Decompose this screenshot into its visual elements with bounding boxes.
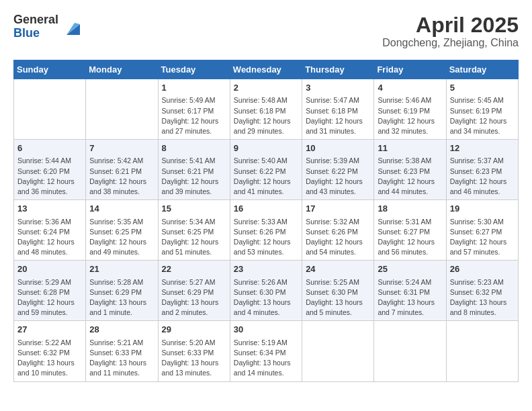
day-number: 17 <box>306 203 370 215</box>
weekday-header-monday: Monday <box>86 60 158 79</box>
calendar-cell: 22Sunrise: 5:27 AMSunset: 6:29 PMDayligh… <box>158 261 230 321</box>
day-number: 29 <box>162 324 226 336</box>
calendar-cell: 17Sunrise: 5:32 AMSunset: 6:26 PMDayligh… <box>302 200 374 261</box>
calendar-cell: 26Sunrise: 5:23 AMSunset: 6:32 PMDayligh… <box>446 261 518 321</box>
calendar-week-4: 20Sunrise: 5:29 AMSunset: 6:28 PMDayligh… <box>14 261 519 321</box>
day-number: 15 <box>162 203 226 215</box>
day-number: 8 <box>162 142 226 154</box>
day-info: Sunrise: 5:47 AMSunset: 6:18 PMDaylight:… <box>306 95 370 136</box>
calendar-week-2: 6Sunrise: 5:44 AMSunset: 6:20 PMDaylight… <box>14 140 519 200</box>
calendar-cell: 2Sunrise: 5:48 AMSunset: 6:18 PMDaylight… <box>230 79 302 140</box>
weekday-header-wednesday: Wednesday <box>230 60 302 79</box>
calendar-cell: 19Sunrise: 5:30 AMSunset: 6:27 PMDayligh… <box>446 200 518 261</box>
calendar-table: SundayMondayTuesdayWednesdayThursdayFrid… <box>13 60 519 381</box>
day-number: 28 <box>89 324 154 336</box>
day-number: 30 <box>234 324 298 336</box>
calendar-cell: 25Sunrise: 5:24 AMSunset: 6:31 PMDayligh… <box>374 261 446 321</box>
calendar-cell: 14Sunrise: 5:35 AMSunset: 6:25 PMDayligh… <box>86 200 158 261</box>
day-info: Sunrise: 5:19 AMSunset: 6:34 PMDaylight:… <box>234 338 298 379</box>
day-number: 3 <box>306 82 370 94</box>
day-info: Sunrise: 5:38 AMSunset: 6:23 PMDaylight:… <box>378 156 442 197</box>
day-number: 21 <box>89 263 154 275</box>
calendar-cell: 24Sunrise: 5:25 AMSunset: 6:30 PMDayligh… <box>302 261 374 321</box>
calendar-cell: 29Sunrise: 5:20 AMSunset: 6:33 PMDayligh… <box>158 321 230 381</box>
day-number: 14 <box>89 203 154 215</box>
day-number: 5 <box>450 82 515 94</box>
day-number: 16 <box>234 203 298 215</box>
day-number: 13 <box>17 203 82 215</box>
calendar-cell <box>302 321 374 381</box>
logo: General Blue <box>13 13 83 40</box>
day-info: Sunrise: 5:49 AMSunset: 6:17 PMDaylight:… <box>162 95 226 136</box>
day-info: Sunrise: 5:32 AMSunset: 6:26 PMDaylight:… <box>306 217 370 258</box>
day-number: 7 <box>89 142 154 154</box>
weekday-header-saturday: Saturday <box>446 60 518 79</box>
day-info: Sunrise: 5:25 AMSunset: 6:30 PMDaylight:… <box>306 277 370 318</box>
logo-blue: Blue <box>13 26 40 40</box>
day-info: Sunrise: 5:39 AMSunset: 6:22 PMDaylight:… <box>306 156 370 197</box>
calendar-cell: 23Sunrise: 5:26 AMSunset: 6:30 PMDayligh… <box>230 261 302 321</box>
calendar-cell: 20Sunrise: 5:29 AMSunset: 6:28 PMDayligh… <box>14 261 86 321</box>
day-info: Sunrise: 5:30 AMSunset: 6:27 PMDaylight:… <box>450 217 515 258</box>
page-title: April 2025 <box>382 13 519 37</box>
calendar-cell: 1Sunrise: 5:49 AMSunset: 6:17 PMDaylight… <box>158 79 230 140</box>
day-number: 1 <box>162 82 226 94</box>
day-info: Sunrise: 5:27 AMSunset: 6:29 PMDaylight:… <box>162 277 226 318</box>
day-info: Sunrise: 5:35 AMSunset: 6:25 PMDaylight:… <box>89 217 154 258</box>
weekday-header-thursday: Thursday <box>302 60 374 79</box>
weekday-header-row: SundayMondayTuesdayWednesdayThursdayFrid… <box>14 60 519 79</box>
day-info: Sunrise: 5:21 AMSunset: 6:33 PMDaylight:… <box>89 338 154 379</box>
calendar-cell: 16Sunrise: 5:33 AMSunset: 6:26 PMDayligh… <box>230 200 302 261</box>
day-number: 4 <box>378 82 442 94</box>
day-number: 25 <box>378 263 442 275</box>
weekday-header-friday: Friday <box>374 60 446 79</box>
day-info: Sunrise: 5:33 AMSunset: 6:26 PMDaylight:… <box>234 217 298 258</box>
logo-icon <box>61 16 83 38</box>
calendar-cell: 9Sunrise: 5:40 AMSunset: 6:22 PMDaylight… <box>230 140 302 200</box>
calendar-cell: 6Sunrise: 5:44 AMSunset: 6:20 PMDaylight… <box>14 140 86 200</box>
day-number: 6 <box>17 142 82 154</box>
day-info: Sunrise: 5:29 AMSunset: 6:28 PMDaylight:… <box>17 277 82 318</box>
day-number: 23 <box>234 263 298 275</box>
day-info: Sunrise: 5:26 AMSunset: 6:30 PMDaylight:… <box>234 277 298 318</box>
day-number: 9 <box>234 142 298 154</box>
day-info: Sunrise: 5:36 AMSunset: 6:24 PMDaylight:… <box>17 217 82 258</box>
calendar-cell <box>446 321 518 381</box>
day-info: Sunrise: 5:40 AMSunset: 6:22 PMDaylight:… <box>234 156 298 197</box>
day-number: 18 <box>378 203 442 215</box>
calendar-cell: 8Sunrise: 5:41 AMSunset: 6:21 PMDaylight… <box>158 140 230 200</box>
day-number: 26 <box>450 263 515 275</box>
weekday-header-sunday: Sunday <box>14 60 86 79</box>
day-info: Sunrise: 5:31 AMSunset: 6:27 PMDaylight:… <box>378 217 442 258</box>
day-number: 27 <box>17 324 82 336</box>
day-info: Sunrise: 5:28 AMSunset: 6:29 PMDaylight:… <box>89 277 154 318</box>
calendar-cell: 11Sunrise: 5:38 AMSunset: 6:23 PMDayligh… <box>374 140 446 200</box>
calendar-cell: 18Sunrise: 5:31 AMSunset: 6:27 PMDayligh… <box>374 200 446 261</box>
calendar-cell: 4Sunrise: 5:46 AMSunset: 6:19 PMDaylight… <box>374 79 446 140</box>
day-info: Sunrise: 5:48 AMSunset: 6:18 PMDaylight:… <box>234 95 298 136</box>
day-info: Sunrise: 5:24 AMSunset: 6:31 PMDaylight:… <box>378 277 442 318</box>
calendar-cell: 27Sunrise: 5:22 AMSunset: 6:32 PMDayligh… <box>14 321 86 381</box>
calendar-cell <box>374 321 446 381</box>
day-number: 24 <box>306 263 370 275</box>
calendar-cell: 15Sunrise: 5:34 AMSunset: 6:25 PMDayligh… <box>158 200 230 261</box>
page-subtitle: Dongcheng, Zhejiang, China <box>382 37 519 49</box>
calendar-cell: 28Sunrise: 5:21 AMSunset: 6:33 PMDayligh… <box>86 321 158 381</box>
calendar-week-3: 13Sunrise: 5:36 AMSunset: 6:24 PMDayligh… <box>14 200 519 261</box>
calendar-cell: 13Sunrise: 5:36 AMSunset: 6:24 PMDayligh… <box>14 200 86 261</box>
calendar-cell: 5Sunrise: 5:45 AMSunset: 6:19 PMDaylight… <box>446 79 518 140</box>
calendar-week-5: 27Sunrise: 5:22 AMSunset: 6:32 PMDayligh… <box>14 321 519 381</box>
calendar-cell <box>14 79 86 140</box>
logo-general: General <box>13 13 58 26</box>
calendar-cell: 10Sunrise: 5:39 AMSunset: 6:22 PMDayligh… <box>302 140 374 200</box>
calendar-header: SundayMondayTuesdayWednesdayThursdayFrid… <box>14 60 519 79</box>
day-info: Sunrise: 5:41 AMSunset: 6:21 PMDaylight:… <box>162 156 226 197</box>
day-number: 19 <box>450 203 515 215</box>
day-number: 11 <box>378 142 442 154</box>
day-info: Sunrise: 5:46 AMSunset: 6:19 PMDaylight:… <box>378 95 442 136</box>
day-info: Sunrise: 5:45 AMSunset: 6:19 PMDaylight:… <box>450 95 515 136</box>
day-info: Sunrise: 5:34 AMSunset: 6:25 PMDaylight:… <box>162 217 226 258</box>
day-number: 22 <box>162 263 226 275</box>
calendar-cell: 7Sunrise: 5:42 AMSunset: 6:21 PMDaylight… <box>86 140 158 200</box>
calendar-cell: 21Sunrise: 5:28 AMSunset: 6:29 PMDayligh… <box>86 261 158 321</box>
